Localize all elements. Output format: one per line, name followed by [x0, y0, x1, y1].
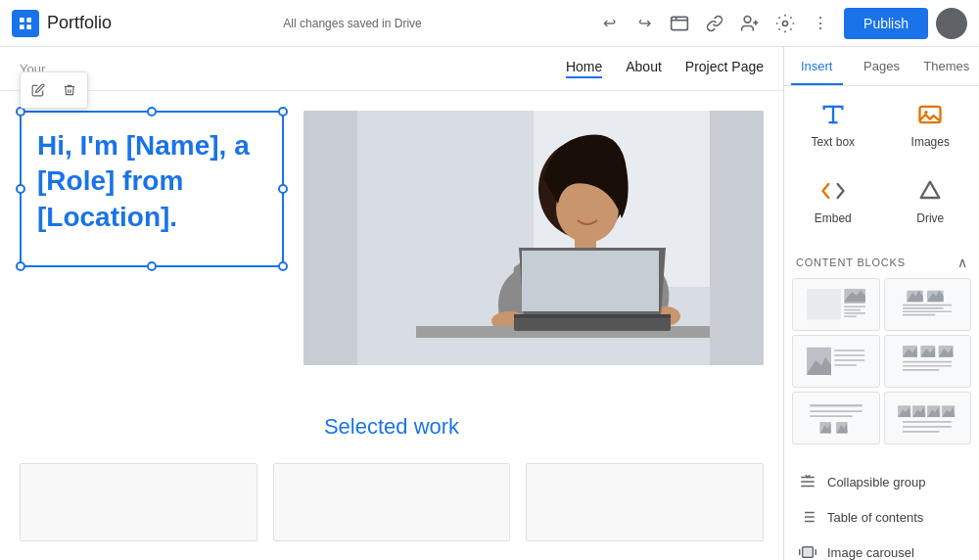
- add-user-button[interactable]: [734, 8, 766, 39]
- content-block-1[interactable]: [792, 278, 880, 331]
- insert-grid: Text box Images: [784, 86, 979, 239]
- panel-tabs: Insert Pages Themes: [784, 47, 979, 86]
- svg-rect-21: [514, 314, 671, 318]
- hero-image: [303, 111, 764, 365]
- link-button[interactable]: [699, 8, 730, 39]
- resize-handle-left[interactable]: [16, 184, 25, 194]
- main-layout: Your... Home About Project Page: [0, 47, 979, 560]
- svg-rect-20: [522, 251, 659, 311]
- add-person-icon: [740, 14, 760, 33]
- toc-label: Table of contents: [827, 510, 923, 525]
- work-thumbnails: [0, 455, 783, 549]
- resize-handle-bm[interactable]: [147, 261, 157, 271]
- topbar-actions: ↩ ↪: [593, 8, 967, 39]
- hero-text: Hi, I'm [Name], a [Role] from [Location]…: [37, 128, 266, 235]
- doc-title: Portfolio: [47, 13, 112, 33]
- toc-item[interactable]: Table of contents: [784, 499, 979, 535]
- svg-rect-0: [20, 18, 24, 23]
- selected-work-section: Selected work: [0, 385, 783, 455]
- carousel-label: Image carousel: [827, 545, 914, 560]
- carousel-icon: [798, 542, 817, 560]
- sites-logo-icon: [18, 16, 33, 31]
- drive-icon: [915, 176, 945, 206]
- extra-insert-list: Collapsible group Table of contents: [784, 460, 979, 560]
- content-block-6[interactable]: [884, 392, 972, 444]
- tab-themes[interactable]: Themes: [914, 47, 979, 85]
- collapsible-icon: [798, 472, 817, 491]
- right-panel: Insert Pages Themes Text box: [783, 47, 979, 560]
- blocks-grid: [784, 278, 979, 452]
- settings-button[interactable]: [769, 8, 801, 39]
- publish-button[interactable]: Publish: [844, 8, 928, 39]
- text-box-toolbar: [20, 71, 88, 109]
- svg-rect-71: [804, 548, 812, 556]
- collapsible-group-label: Collapsible group: [827, 475, 925, 490]
- redo-button[interactable]: ↪: [629, 8, 660, 39]
- insert-textbox-button[interactable]: Text box: [784, 86, 882, 163]
- collapsible-group-item[interactable]: Collapsible group: [784, 464, 979, 499]
- content-blocks-header: CONTENT BLOCKS ∧: [784, 247, 979, 278]
- undo-button[interactable]: ↩: [593, 8, 625, 39]
- nav-link-home[interactable]: Home: [566, 59, 602, 78]
- text-box[interactable]: Hi, I'm [Name], a [Role] from [Location]…: [20, 111, 284, 267]
- svg-point-23: [924, 111, 928, 115]
- images-icon: [915, 100, 945, 129]
- content-block-2[interactable]: [884, 278, 972, 331]
- svg-point-7: [744, 16, 751, 23]
- svg-rect-1: [26, 18, 31, 23]
- tab-insert[interactable]: Insert: [784, 47, 849, 85]
- svg-rect-19: [514, 316, 671, 331]
- edit-text-button[interactable]: [24, 76, 52, 104]
- preview-button[interactable]: [664, 8, 695, 39]
- image-carousel-item[interactable]: Image carousel: [784, 535, 979, 560]
- tab-pages[interactable]: Pages: [849, 47, 913, 85]
- delete-text-button[interactable]: [56, 76, 83, 104]
- gear-icon: [775, 14, 795, 33]
- user-avatar: [936, 8, 967, 39]
- canvas-content: Your... Home About Project Page: [0, 47, 783, 560]
- resize-handle-tm[interactable]: [147, 107, 157, 117]
- svg-rect-3: [26, 24, 31, 29]
- resize-handle-tr[interactable]: [278, 107, 288, 117]
- person-illustration: [303, 111, 764, 365]
- save-status: All changes saved in Drive: [119, 17, 585, 30]
- work-thumb-1[interactable]: [20, 463, 257, 541]
- content-block-5[interactable]: [792, 392, 880, 444]
- svg-rect-4: [672, 17, 688, 29]
- site-nav: Your... Home About Project Page: [0, 47, 783, 91]
- svg-point-10: [783, 21, 788, 25]
- trash-icon: [63, 83, 76, 97]
- resize-handle-br[interactable]: [278, 261, 288, 271]
- resize-handle-right[interactable]: [278, 184, 288, 194]
- embed-icon: [818, 176, 848, 206]
- nav-link-about[interactable]: About: [626, 59, 662, 78]
- toc-icon: [798, 507, 817, 527]
- work-thumb-2[interactable]: [273, 463, 511, 541]
- insert-embed-button[interactable]: Embed: [784, 163, 882, 239]
- more-options-button[interactable]: ⋮: [805, 8, 836, 39]
- insert-images-button[interactable]: Images: [882, 86, 980, 163]
- textbox-label: Text box: [811, 135, 855, 149]
- images-label: Images: [911, 135, 950, 149]
- preview-icon: [670, 14, 689, 33]
- svg-rect-24: [807, 289, 841, 320]
- topbar: Portfolio All changes saved in Drive ↩ ↪: [0, 0, 979, 47]
- nav-link-project[interactable]: Project Page: [685, 59, 764, 78]
- canvas-area: Your... Home About Project Page: [0, 47, 783, 560]
- text-box-container: Hi, I'm [Name], a [Role] from [Location]…: [20, 111, 284, 267]
- insert-drive-button[interactable]: Drive: [882, 163, 980, 239]
- app-logo: [12, 10, 39, 37]
- embed-label: Embed: [815, 211, 852, 225]
- edit-icon: [31, 83, 45, 97]
- content-blocks-collapse-button[interactable]: ∧: [957, 255, 967, 270]
- site-nav-links: Home About Project Page: [566, 59, 764, 78]
- work-thumb-3[interactable]: [526, 463, 764, 541]
- svg-rect-2: [20, 24, 24, 29]
- textbox-icon: [818, 100, 848, 129]
- person-at-laptop-svg: [303, 111, 764, 365]
- content-block-3[interactable]: [792, 335, 880, 388]
- resize-handle-bl[interactable]: [16, 261, 25, 271]
- content-block-4[interactable]: [884, 335, 972, 388]
- link-icon: [706, 15, 723, 32]
- selected-work-title: Selected work: [20, 414, 764, 440]
